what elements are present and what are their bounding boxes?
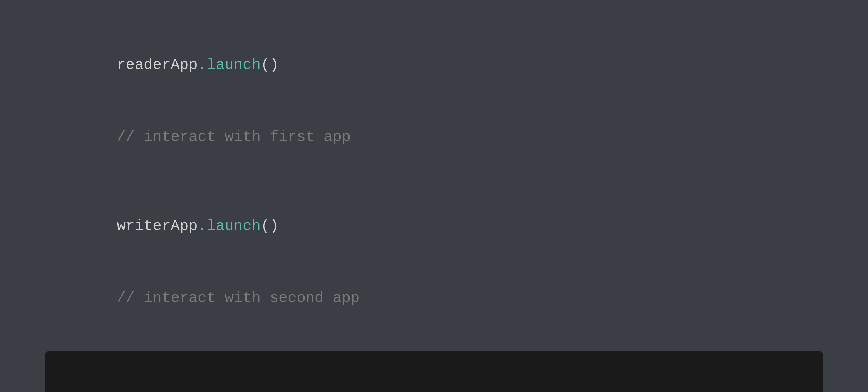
line-4: // interact with first app (45, 101, 823, 173)
line-3: readerApp.launch() (45, 29, 823, 101)
writer-launch-section: writerApp.launch() // interact with seco… (45, 190, 823, 334)
activate-section: readerApp.activate() // return to first … (45, 351, 823, 392)
writer-app-obj: writerApp (117, 218, 198, 235)
code-block: let readerApp = XCUIApplication(bundleId… (45, 0, 823, 392)
line-5: writerApp.launch() (45, 190, 823, 262)
reader-launch-section: readerApp.launch() // interact with firs… (45, 29, 823, 173)
dot-method-launch-2: .launch (198, 218, 261, 235)
line-7: readerApp.activate() (62, 366, 806, 392)
declarations-section: let readerApp = XCUIApplication(bundleId… (45, 0, 823, 12)
launch-parens-2: () (261, 218, 279, 235)
code-container: let readerApp = XCUIApplication(bundleId… (22, 0, 846, 392)
launch-parens-1: () (261, 57, 279, 73)
line-6: // interact with second app (45, 262, 823, 334)
dot-method-launch-1: .launch (198, 57, 261, 73)
comment-first-app: // interact with first app (117, 129, 351, 145)
reader-app-obj-1: readerApp (117, 57, 198, 73)
comment-second-app: // interact with second app (117, 290, 360, 307)
line-2: let writerApp = XCUIApplication(bundleId… (45, 0, 823, 12)
